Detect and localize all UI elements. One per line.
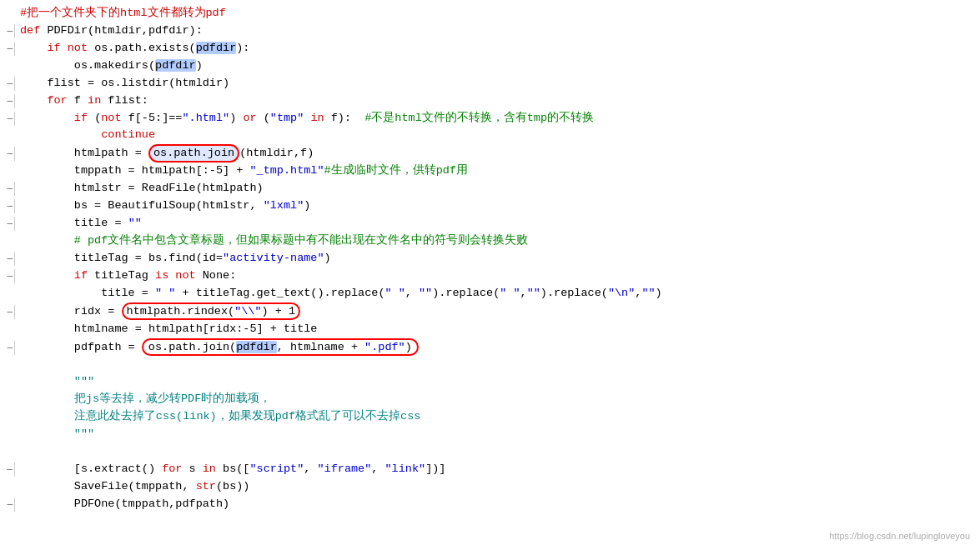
code-text [20, 356, 973, 373]
code-line: [s.extract() for s in bs(["script", "ifr… [0, 461, 973, 478]
code-text: title = " " + titleTag.get_text().replac… [20, 285, 973, 302]
line-gutter [0, 42, 15, 56]
line-gutter [0, 24, 15, 38]
code-line: if not os.path.exists(pdfdir): [0, 40, 973, 58]
code-text: titleTag = bs.find(id="activity-name") [20, 250, 973, 268]
code-line: htmlname = htmlpath[ridx:-5] + title [0, 321, 973, 338]
code-line: PDFOne(tmppath,pdfpath) [0, 496, 973, 513]
code-line: htmlpath = os.path.join(htmldir,f) [0, 144, 973, 162]
code-text: title = "" [20, 215, 973, 232]
line-gutter [0, 112, 15, 126]
code-line: if (not f[-5:]==".html") or ("tmp" in f)… [0, 110, 973, 128]
code-line: flist = os.listdir(htmldir) [0, 75, 973, 92]
line-gutter [0, 199, 15, 213]
code-text: htmlname = htmlpath[ridx:-5] + title [20, 321, 973, 338]
code-line: pdfpath = os.path.join(pdfdir, htmlname … [0, 338, 973, 357]
line-gutter [0, 94, 15, 108]
code-line: ridx = htmlpath.rindex("\\") + 1 [0, 302, 973, 321]
line-gutter [0, 341, 15, 355]
code-line: """ [0, 426, 973, 443]
code-line: 注意此处去掉了css(link)，如果发现pdf格式乱了可以不去掉css [0, 408, 973, 426]
code-line: continue [0, 127, 973, 144]
code-text: for f in flist: [20, 92, 973, 110]
code-container: #把一个文件夹下的html文件都转为pdf def PDFDir(htmldir… [0, 0, 980, 550]
code-text: PDFOne(tmppath,pdfpath) [20, 496, 973, 513]
line-gutter [0, 217, 15, 231]
code-text: """ [20, 426, 973, 443]
code-text: ridx = htmlpath.rindex("\\") + 1 [20, 302, 973, 321]
code-line: # pdf文件名中包含文章标题，但如果标题中有不能出现在文件名中的符号则会转换失… [0, 232, 973, 250]
line-gutter [0, 462, 15, 477]
code-text: pdfpath = os.path.join(pdfdir, htmlname … [20, 338, 973, 357]
code-text: """ [20, 373, 973, 391]
line-gutter [0, 498, 15, 512]
code-text: if not os.path.exists(pdfdir): [20, 40, 973, 58]
code-text: if (not f[-5:]==".html") or ("tmp" in f)… [20, 110, 973, 128]
code-line: """ [0, 373, 973, 391]
code-line: 把js等去掉，减少转PDF时的加载项， [0, 391, 973, 408]
line-gutter [0, 252, 15, 266]
code-line: bs = BeautifulSoup(htmlstr, "lxml") [0, 198, 973, 215]
code-line: htmlstr = ReadFile(htmlpath) [0, 180, 973, 198]
code-line: title = "" [0, 215, 973, 232]
code-text: continue [20, 127, 973, 144]
line-gutter [0, 305, 15, 319]
line-gutter [0, 182, 15, 196]
code-text: os.makedirs(pdfdir) [20, 58, 973, 75]
code-text: htmlstr = ReadFile(htmlpath) [20, 180, 973, 198]
line-gutter [0, 269, 15, 283]
code-text: [s.extract() for s in bs(["script", "ifr… [20, 461, 973, 478]
code-line: def PDFDir(htmldir,pdfdir): [0, 22, 973, 40]
code-text: def PDFDir(htmldir,pdfdir): [20, 22, 973, 40]
code-line [0, 443, 973, 461]
code-text: if titleTag is not None: [20, 268, 973, 285]
code-text: flist = os.listdir(htmldir) [20, 75, 973, 92]
code-line: tmppath = htmlpath[:-5] + "_tmp.html"#生成… [0, 162, 973, 180]
code-text: 把js等去掉，减少转PDF时的加载项， [20, 391, 973, 408]
code-text: #把一个文件夹下的html文件都转为pdf [20, 5, 973, 22]
code-text: SaveFile(tmppath, str(bs)) [20, 478, 973, 496]
code-line: os.makedirs(pdfdir) [0, 58, 973, 75]
code-text: tmppath = htmlpath[:-5] + "_tmp.html"#生成… [20, 162, 973, 180]
code-text: 注意此处去掉了css(link)，如果发现pdf格式乱了可以不去掉css [20, 408, 973, 426]
code-line: if titleTag is not None: [0, 268, 973, 285]
code-line: for f in flist: [0, 92, 973, 110]
code-text: # pdf文件名中包含文章标题，但如果标题中有不能出现在文件名中的符号则会转换失… [20, 232, 973, 250]
code-text: htmlpath = os.path.join(htmldir,f) [20, 144, 973, 162]
code-line: #把一个文件夹下的html文件都转为pdf [0, 5, 973, 22]
code-line: SaveFile(tmppath, str(bs)) [0, 478, 973, 496]
code-line: titleTag = bs.find(id="activity-name") [0, 250, 973, 268]
watermark: https://blog.csdn.net/lupingloveyou [829, 529, 970, 543]
code-text: bs = BeautifulSoup(htmlstr, "lxml") [20, 198, 973, 215]
code-line [0, 356, 973, 373]
code-line: title = " " + titleTag.get_text().replac… [0, 285, 973, 302]
code-text [20, 443, 973, 461]
line-gutter [0, 77, 15, 91]
line-gutter [0, 147, 15, 161]
